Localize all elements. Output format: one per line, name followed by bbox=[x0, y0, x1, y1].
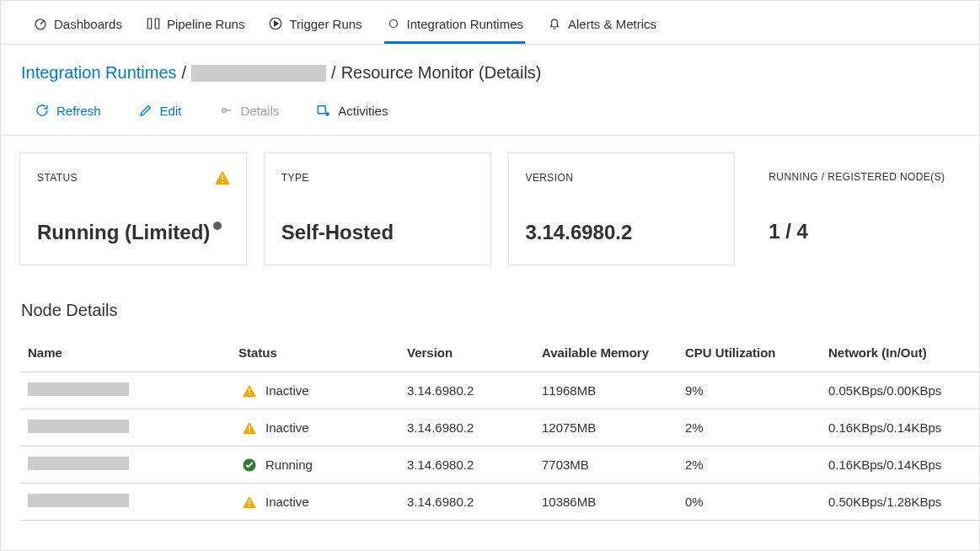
card-value: Self-Hosted bbox=[281, 221, 474, 244]
cell-network: 0.16KBps/0.14KBps bbox=[822, 409, 979, 447]
col-memory[interactable]: Available Memory bbox=[535, 334, 678, 372]
tab-pipeline-runs[interactable]: Pipeline Runs bbox=[144, 9, 247, 44]
card-label: STATUS bbox=[37, 172, 229, 184]
summary-cards: STATUS Running (Limited) TYPE Self-Hoste… bbox=[1, 136, 979, 272]
refresh-button[interactable]: Refresh bbox=[35, 103, 101, 118]
refresh-icon bbox=[35, 103, 50, 118]
section-title: Node Details bbox=[1, 272, 979, 334]
tab-label: Integration Runtimes bbox=[407, 17, 523, 31]
redacted-name bbox=[28, 420, 129, 433]
cell-name bbox=[21, 372, 232, 409]
activities-icon bbox=[316, 103, 331, 118]
tab-alerts-metrics[interactable]: Alerts & Metrics bbox=[545, 9, 658, 44]
cell-memory: 7703MB bbox=[535, 447, 678, 484]
cell-status: Inactive bbox=[232, 372, 400, 409]
svg-rect-14 bbox=[249, 500, 249, 504]
cell-version: 3.14.6980.2 bbox=[400, 484, 535, 521]
svg-rect-9 bbox=[249, 388, 249, 393]
card-type: TYPE Self-Hosted bbox=[264, 152, 491, 265]
redacted-name bbox=[28, 382, 129, 396]
warning-icon bbox=[242, 384, 257, 398]
status-text: Inactive bbox=[265, 383, 309, 398]
table-header-row: Name Status Version Available Memory CPU… bbox=[21, 334, 979, 372]
table-row[interactable]: Running3.14.6980.27703MB2%0.16KBps/0.14K… bbox=[21, 447, 979, 484]
svg-rect-15 bbox=[249, 505, 249, 506]
cell-name bbox=[21, 409, 232, 447]
top-tabs: Dashboards Pipeline Runs Trigger Runs In… bbox=[1, 1, 979, 45]
tab-label: Dashboards bbox=[54, 17, 122, 31]
tab-label: Pipeline Runs bbox=[167, 17, 245, 31]
tab-dashboards[interactable]: Dashboards bbox=[31, 9, 124, 44]
pencil-icon bbox=[138, 103, 153, 118]
card-label: TYPE bbox=[281, 172, 474, 184]
breadcrumb-sep: / bbox=[331, 63, 336, 83]
cell-version: 3.14.6980.2 bbox=[400, 409, 535, 447]
node-table: Name Status Version Available Memory CPU… bbox=[21, 334, 979, 521]
button-label: Details bbox=[240, 104, 279, 118]
warning-icon bbox=[214, 170, 231, 188]
cell-cpu: 0% bbox=[678, 484, 822, 521]
toolbar: Refresh Edit Details Activities bbox=[1, 98, 979, 135]
cell-memory: 12075MB bbox=[535, 409, 678, 447]
card-nodes: RUNNING / REGISTERED NODE(S) 1 / 4 bbox=[752, 152, 961, 265]
svg-point-4 bbox=[222, 109, 227, 113]
eye-icon bbox=[218, 103, 233, 118]
col-status[interactable]: Status bbox=[232, 334, 400, 372]
integration-icon bbox=[386, 16, 401, 31]
cell-name bbox=[21, 484, 232, 521]
col-version[interactable]: Version bbox=[400, 334, 535, 372]
table-row[interactable]: Inactive3.14.6980.211968MB9%0.05KBps/0.0… bbox=[21, 372, 979, 409]
svg-rect-1 bbox=[147, 19, 152, 29]
card-value: 1 / 4 bbox=[768, 220, 961, 243]
details-button: Details bbox=[218, 103, 279, 118]
check-circle-icon bbox=[242, 457, 257, 473]
card-label: VERSION bbox=[526, 172, 718, 184]
table-row[interactable]: Inactive3.14.6980.210386MB0%0.50KBps/1.2… bbox=[21, 484, 979, 521]
tab-integration-runtimes[interactable]: Integration Runtimes bbox=[384, 9, 525, 44]
tab-trigger-runs[interactable]: Trigger Runs bbox=[266, 9, 363, 44]
svg-rect-8 bbox=[222, 181, 223, 183]
svg-point-6 bbox=[326, 112, 330, 116]
cell-cpu: 2% bbox=[678, 447, 822, 484]
card-status: STATUS Running (Limited) bbox=[19, 152, 247, 265]
warning-icon bbox=[242, 495, 257, 509]
breadcrumb: Integration Runtimes / / Resource Monito… bbox=[1, 45, 979, 98]
bell-icon bbox=[547, 16, 562, 31]
cell-status: Inactive bbox=[232, 409, 400, 447]
cell-network: 0.50KBps/1.28KBps bbox=[822, 484, 979, 521]
svg-rect-12 bbox=[249, 431, 249, 431]
play-circle-icon bbox=[268, 16, 283, 31]
button-label: Activities bbox=[338, 104, 388, 118]
breadcrumb-sep: / bbox=[182, 63, 187, 83]
cell-status: Running bbox=[232, 447, 400, 484]
button-label: Refresh bbox=[56, 104, 101, 118]
status-text: Running (Limited) bbox=[37, 221, 210, 244]
redacted-name bbox=[28, 457, 129, 470]
redacted-name bbox=[28, 494, 129, 507]
breadcrumb-root[interactable]: Integration Runtimes bbox=[21, 63, 177, 83]
edit-button[interactable]: Edit bbox=[138, 103, 182, 118]
table-row[interactable]: Inactive3.14.6980.212075MB2%0.16KBps/0.1… bbox=[21, 409, 979, 447]
card-version: VERSION 3.14.6980.2 bbox=[508, 152, 736, 265]
svg-rect-2 bbox=[155, 19, 159, 29]
cell-memory: 11968MB bbox=[535, 372, 678, 409]
col-name[interactable]: Name bbox=[21, 334, 232, 372]
svg-rect-5 bbox=[319, 106, 326, 114]
activities-button[interactable]: Activities bbox=[316, 103, 388, 118]
svg-rect-11 bbox=[249, 425, 249, 430]
card-value: Running (Limited) bbox=[37, 221, 229, 244]
card-label: RUNNING / REGISTERED NODE(S) bbox=[768, 171, 961, 183]
cell-memory: 10386MB bbox=[535, 484, 678, 521]
info-icon[interactable] bbox=[213, 222, 222, 230]
cell-version: 3.14.6980.2 bbox=[400, 372, 535, 409]
col-cpu[interactable]: CPU Utilization bbox=[678, 334, 822, 372]
breadcrumb-redacted bbox=[191, 65, 326, 82]
cell-network: 0.16KBps/0.14KBps bbox=[822, 447, 979, 484]
status-text: Running bbox=[265, 457, 313, 472]
status-text: Inactive bbox=[265, 420, 309, 435]
status-text: Inactive bbox=[265, 495, 309, 509]
card-value: 3.14.6980.2 bbox=[526, 221, 718, 244]
col-network[interactable]: Network (In/Out) bbox=[822, 334, 979, 372]
warning-icon bbox=[242, 421, 257, 435]
svg-rect-7 bbox=[222, 175, 223, 180]
